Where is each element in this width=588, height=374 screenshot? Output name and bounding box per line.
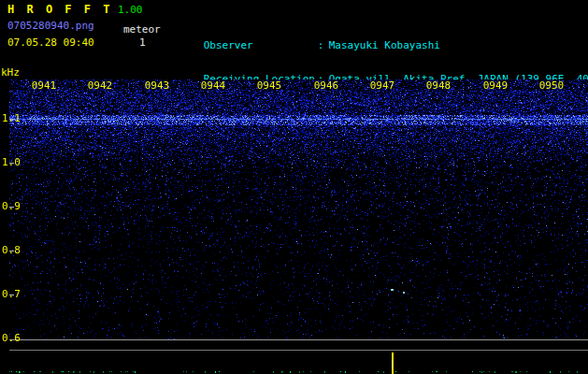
x-tick-label: 0950	[538, 80, 566, 92]
x-tick-label: 0942	[86, 80, 114, 92]
info-value: Masayuki Kobayashi	[329, 39, 440, 51]
meteor-count-label: meteor	[123, 24, 161, 36]
x-tick-label: 0944	[199, 80, 227, 92]
app-version: 1.00	[118, 5, 143, 16]
y-tick-label: 0.6	[2, 333, 21, 344]
info-colon: :	[318, 40, 329, 51]
x-tick-label: 0945	[255, 80, 283, 92]
x-tick-label: 0947	[368, 80, 396, 92]
x-tick-label: 0943	[143, 80, 171, 92]
info-row-observer: Observer:Masayuki Kobayashi	[166, 29, 588, 40]
y-tick-mark	[9, 251, 14, 252]
output-filename: 0705280940.png	[7, 21, 94, 32]
observation-datetime: 07.05.28 09:40	[7, 37, 94, 49]
x-tick-label: 0948	[424, 80, 452, 92]
y-axis-unit-label: kHz	[1, 67, 20, 79]
x-tick-label: 0946	[312, 80, 340, 92]
y-tick-mark	[9, 295, 14, 295]
x-tick-label: 0941	[30, 80, 58, 92]
x-tick-label: 0949	[481, 80, 509, 92]
y-tick-mark	[9, 163, 14, 164]
info-row-receiving-location: Receiving Location:Ogata-vill. Akita-Pre…	[166, 63, 588, 74]
hrofft-spectrogram-screen: H R O F F T 1.00 0705280940.png meteor 1…	[0, 0, 588, 374]
app-title: H R O F F T	[7, 4, 112, 15]
spectrogram-canvas	[9, 79, 588, 374]
y-tick-mark	[9, 207, 14, 208]
y-tick-mark	[9, 119, 14, 120]
info-label: Observer	[204, 40, 318, 51]
meteor-count-value: 1	[139, 37, 146, 49]
